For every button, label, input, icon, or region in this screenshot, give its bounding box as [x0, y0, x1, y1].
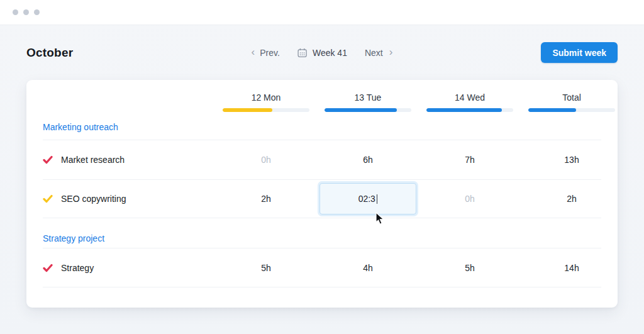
- column-header-row: 12 Mon 13 Tue 14 Wed Total: [43, 80, 601, 112]
- progress-bar: [528, 108, 615, 112]
- window-dot-icon[interactable]: [13, 9, 18, 15]
- column-header-wed: 14 Wed: [426, 92, 513, 112]
- window-dot-icon[interactable]: [23, 9, 29, 15]
- time-cell[interactable]: 5h: [426, 263, 513, 273]
- total-cell: 2h: [528, 194, 615, 204]
- progress-bar: [426, 108, 513, 112]
- progress-bar: [223, 108, 309, 112]
- chevron-right-icon: ›: [389, 47, 393, 57]
- time-cell[interactable]: 5h: [223, 263, 309, 273]
- week-navigation: ‹ Prev. Week 41 Next ›: [252, 47, 393, 58]
- activity-name: Strategy: [61, 263, 94, 273]
- section-title-strategy-project[interactable]: Strategy project: [43, 233, 104, 243]
- total-cell: 14h: [528, 263, 615, 273]
- total-cell: 13h: [528, 155, 615, 165]
- window-titlebar: [0, 0, 644, 25]
- timesheet-card: 12 Mon 13 Tue 14 Wed Total Marketing out…: [26, 80, 618, 308]
- time-cell[interactable]: 0h: [426, 194, 513, 204]
- page-header: October ‹ Prev. Week 41 Next: [0, 25, 644, 80]
- check-icon[interactable]: [43, 264, 53, 272]
- check-icon[interactable]: [43, 155, 53, 164]
- table-row: SEO copywriting 2h 02:3 0h 2h: [43, 180, 601, 218]
- submit-week-button[interactable]: Submit week: [541, 42, 618, 63]
- window-dot-icon[interactable]: [34, 9, 40, 15]
- activity-name: SEO copywriting: [61, 194, 126, 204]
- table-row: Market research 0h 6h 7h 13h: [43, 140, 601, 180]
- time-cell[interactable]: 0h: [223, 155, 309, 165]
- time-input[interactable]: 02:3: [319, 183, 416, 214]
- table-row: Strategy 5h 4h 5h 14h: [43, 248, 601, 287]
- column-header-tue: 13 Tue: [325, 92, 411, 112]
- prev-label: Prev.: [260, 48, 280, 58]
- next-label: Next: [365, 48, 383, 58]
- calendar-icon: [297, 48, 308, 58]
- prev-week-button[interactable]: ‹ Prev.: [252, 47, 280, 58]
- time-cell[interactable]: 7h: [426, 155, 513, 165]
- section-title-marketing-outreach[interactable]: Marketing outreach: [43, 122, 118, 132]
- time-cell[interactable]: 2h: [223, 194, 309, 204]
- page-title: October: [26, 46, 73, 60]
- column-header-mon: 12 Mon: [223, 92, 309, 112]
- time-cell[interactable]: 4h: [325, 263, 411, 273]
- week-label: Week 41: [313, 48, 347, 58]
- time-input-value: 02:3: [358, 194, 375, 204]
- text-caret: [377, 194, 378, 204]
- section-header: Marketing outreach: [43, 112, 601, 140]
- progress-bar: [325, 108, 411, 112]
- chevron-left-icon: ‹: [252, 47, 255, 57]
- next-week-button[interactable]: Next ›: [365, 47, 392, 58]
- check-icon[interactable]: [43, 194, 53, 203]
- time-cell[interactable]: 6h: [325, 155, 411, 165]
- week-selector[interactable]: Week 41: [297, 48, 347, 58]
- section-header: Strategy project: [43, 218, 601, 248]
- column-header-total: Total: [528, 92, 615, 112]
- activity-name: Market research: [61, 155, 125, 165]
